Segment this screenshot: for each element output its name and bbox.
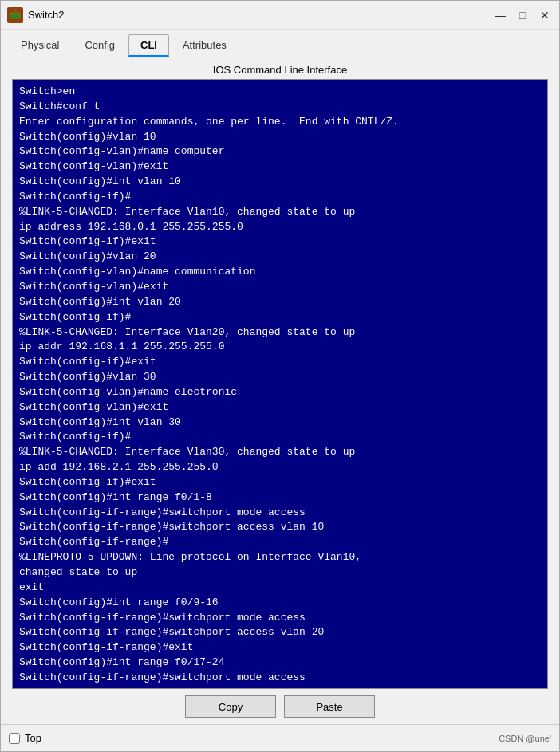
terminal-scroll[interactable]: Switch>en Switch#conf t Enter configurat… bbox=[13, 80, 547, 688]
window: Switch2 — □ ✕ Physical Config CLI Attrib… bbox=[0, 0, 560, 752]
tab-config[interactable]: Config bbox=[73, 34, 127, 57]
terminal-output: Switch>en Switch#conf t Enter configurat… bbox=[19, 85, 541, 686]
app-icon bbox=[7, 7, 23, 23]
top-checkbox-area: Top bbox=[9, 732, 41, 744]
minimize-button[interactable]: — bbox=[492, 7, 508, 23]
svg-rect-1 bbox=[11, 14, 19, 18]
tab-physical[interactable]: Physical bbox=[9, 34, 71, 57]
window-title: Switch2 bbox=[28, 9, 492, 21]
cli-header-label: IOS Command Line Interface bbox=[1, 57, 559, 79]
maximize-button[interactable]: □ bbox=[515, 7, 530, 23]
svg-point-2 bbox=[14, 9, 17, 11]
tab-cli[interactable]: CLI bbox=[128, 34, 169, 57]
tab-attributes[interactable]: Attributes bbox=[171, 34, 239, 57]
bottom-bar: Top CSDN @une' bbox=[1, 724, 559, 751]
copy-button[interactable]: Copy bbox=[185, 695, 276, 718]
terminal-container: Switch>en Switch#conf t Enter configurat… bbox=[12, 79, 548, 689]
titlebar: Switch2 — □ ✕ bbox=[1, 1, 559, 30]
close-button[interactable]: ✕ bbox=[537, 7, 553, 23]
button-row: Copy Paste bbox=[1, 689, 559, 724]
tab-bar: Physical Config CLI Attributes bbox=[1, 30, 559, 57]
watermark: CSDN @une' bbox=[499, 734, 551, 743]
paste-button[interactable]: Paste bbox=[284, 695, 375, 718]
top-label: Top bbox=[25, 732, 41, 744]
titlebar-controls: — □ ✕ bbox=[492, 7, 553, 23]
top-checkbox[interactable] bbox=[9, 733, 20, 744]
